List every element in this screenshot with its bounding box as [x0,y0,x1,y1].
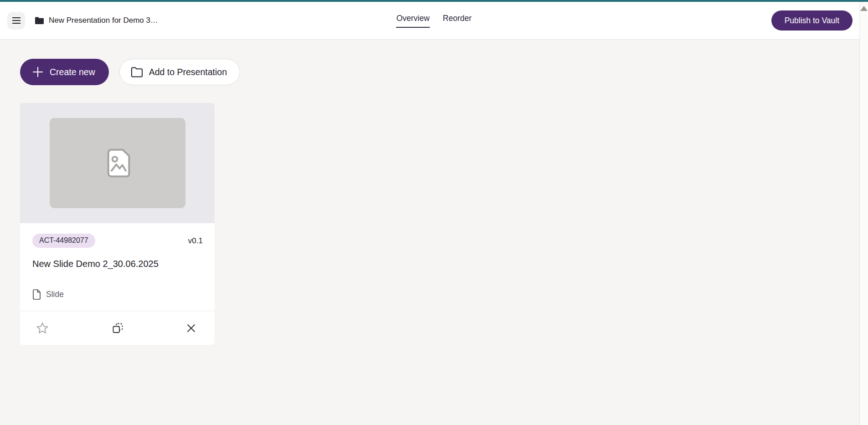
tab-overview[interactable]: Overview [396,7,430,34]
header-left: New Presentation for Demo 3… [7,12,158,30]
document-type-label: Slide [46,290,64,299]
file-icon [32,289,41,300]
version-label: v0.1 [188,236,203,246]
publish-to-vault-button[interactable]: Publish to Vault [771,10,853,31]
main-content: Create new Add to Presentation [0,40,868,345]
add-to-presentation-button[interactable]: Add to Presentation [119,59,240,85]
folder-icon [35,17,44,25]
favorite-button[interactable] [34,320,51,336]
add-to-presentation-label: Add to Presentation [149,67,227,77]
duplicate-icon [111,322,124,335]
star-icon [36,322,49,334]
document-type-row: Slide [32,289,203,300]
remove-button[interactable] [185,322,197,334]
card-details: ACT-44982077 v0.1 New Slide Demo 2_30.06… [20,223,215,311]
plus-icon [32,66,44,78]
slide-card: ACT-44982077 v0.1 New Slide Demo 2_30.06… [20,103,215,345]
badge-row: ACT-44982077 v0.1 [32,234,203,248]
actions-row: Create new Add to Presentation [20,59,868,85]
top-bar: New Presentation for Demo 3… Overview Re… [0,2,868,40]
slide-title[interactable]: New Slide Demo 2_30.06.2025 [32,259,203,269]
folder-outline-icon [131,67,143,77]
page-scrollbar[interactable] [859,2,868,425]
hamburger-icon [12,17,21,24]
document-id-badge: ACT-44982077 [32,234,95,248]
menu-button[interactable] [7,12,25,30]
breadcrumb[interactable]: New Presentation for Demo 3… [35,16,158,25]
slide-thumbnail[interactable] [20,103,215,223]
close-icon [187,324,195,333]
breadcrumb-label: New Presentation for Demo 3… [49,16,158,25]
card-footer [20,311,215,345]
duplicate-button[interactable] [109,320,126,337]
image-placeholder-icon [103,148,132,178]
create-new-label: Create new [50,67,95,77]
thumbnail-placeholder-area [50,118,185,208]
view-tabs: Overview Reorder [396,2,472,39]
tab-reorder[interactable]: Reorder [442,7,472,34]
create-new-button[interactable]: Create new [20,59,109,85]
scroll-up-icon[interactable] [860,6,868,11]
